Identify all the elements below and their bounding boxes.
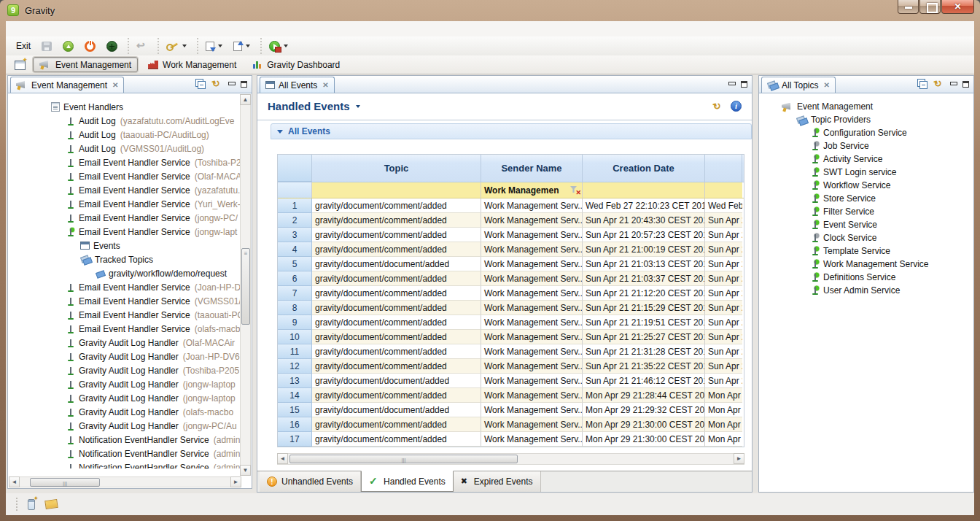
tree-item[interactable]: Filter Service [760,205,973,218]
tree-item[interactable]: Gravity Audit Log Handler (jongw-PC/Au [9,419,241,433]
collapse-all-icon[interactable] [198,81,206,89]
title-bar[interactable]: 9 Gravity [0,0,980,21]
table-row[interactable]: 15 gravity/document/document/added Work … [278,403,744,417]
tree-item[interactable]: Audit Log (taaouati-PC/AuditLog) [9,128,241,142]
tree-item[interactable]: Email Event Handler Service (VGMSS01/c [9,294,241,308]
col-header-created[interactable]: Creation Date [583,155,705,182]
login-button[interactable] [60,39,77,53]
bottom-tab[interactable]: Handled Events [361,471,454,492]
tree-item[interactable]: Email Event Handler Service (Joan-HP-D [9,280,241,294]
left-tree-vscrollbar[interactable]: ▲ ≡ ▼ [240,94,251,476]
open-perspective-button[interactable] [12,58,28,72]
tree-item[interactable]: Gravity Audit Log Handler (jongw-laptop [9,391,241,405]
tree-item[interactable]: Gravity Audit Log Handler (olafs-macbo [9,405,241,419]
table-row[interactable]: 14 gravity/document/comment/added Work M… [278,388,744,403]
table-row[interactable]: 6 gravity/document/comment/added Work Ma… [278,271,744,286]
tree-item[interactable]: Email Event Handler Service (Yuri_Werk- [9,197,241,211]
dropdown-arrow-icon[interactable] [246,45,250,47]
tree-item[interactable]: Email Event Handler Service (Toshiba-P2 [9,155,241,169]
tree-item[interactable]: Audit Log (VGMSS01/AuditLog) [9,142,241,155]
table-hscrollbar[interactable]: ◄ ||| ► [277,453,744,465]
section-collapse-icon[interactable] [277,130,283,134]
table-row[interactable]: 16 gravity/document/comment/added Work M… [278,417,744,432]
scrollbar-thumb[interactable]: ≡ [241,248,250,325]
perspective-button[interactable]: Gravity Dashboard [246,57,346,72]
view-minimize-icon[interactable] [950,81,957,88]
table-row[interactable]: 2 gravity/document/comment/added Work Ma… [278,213,744,228]
perspective-button[interactable]: Work Management [142,57,242,72]
menu-item[interactable] [89,28,102,31]
shutdown-button[interactable] [82,39,98,53]
scroll-right-button[interactable]: ► [230,476,241,487]
refresh-icon[interactable] [712,101,723,112]
section-all-events[interactable]: All Events [271,123,752,139]
table-row[interactable]: 10 gravity/document/comment/added Work M… [278,330,744,344]
tree-item[interactable]: Gravity Audit Log Handler (Olaf-MACAir [9,336,241,350]
table-row[interactable]: 13 gravity/document/document/added Work … [278,374,744,388]
save-button[interactable] [39,40,55,53]
col-header-rownum[interactable] [278,155,312,182]
tree-item[interactable]: User Admin Service [760,284,973,297]
trim-drag-handle[interactable] [16,498,18,511]
table-row[interactable]: 17 gravity/document/comment/added Work M… [278,432,744,447]
filter-sender-cell[interactable]: Work Managemen [481,182,583,198]
table-row[interactable]: 7 gravity/document/comment/added Work Ma… [278,286,744,301]
envelope-icon[interactable] [44,499,58,509]
info-icon[interactable] [731,101,742,112]
close-icon[interactable]: ✕ [112,81,118,89]
tree-item[interactable]: SWT Login service [760,166,973,179]
close-button[interactable] [941,0,974,14]
table-row[interactable]: 9 gravity/document/comment/added Work Ma… [278,315,744,330]
minimize-button[interactable] [898,0,919,14]
menu-item[interactable] [36,28,50,31]
exit-button[interactable]: Exit [13,39,34,53]
bottom-tab[interactable]: Unhandled Events [260,471,361,492]
dropdown-arrow-icon[interactable] [182,45,187,47]
connect-button[interactable] [104,39,120,53]
export-button[interactable] [230,40,253,53]
tree-item[interactable]: Audit Log (yazafatutu.com/AuditLogEve [9,114,241,128]
tree-item[interactable]: Event Management [760,100,973,113]
import-button[interactable] [203,40,225,53]
maximize-button[interactable] [919,0,941,14]
menu-item[interactable] [10,28,23,31]
tree-item[interactable]: Email Event Handler Service (olafs-macb [9,322,241,336]
tree-item[interactable]: Email Event Handler Service (Olaf-MACA [9,169,241,183]
tree-item[interactable]: gravity/workflow/demo/request [9,266,241,280]
filter-extra-cell[interactable] [705,182,742,198]
tree-item[interactable]: Clock Service [760,231,973,244]
table-row[interactable]: 11 gravity/document/comment/added Work M… [278,344,744,359]
table-row[interactable]: 4 gravity/document/comment/added Work Ma… [278,242,744,257]
clear-filter-icon[interactable] [570,185,580,195]
tree-item[interactable]: Notification EventHandler Service (admin [9,447,241,460]
col-header-topic[interactable]: Topic [312,155,481,182]
scroll-left-button[interactable]: ◄ [9,476,20,487]
table-row[interactable]: 3 gravity/document/comment/added Work Ma… [278,228,744,242]
tab-all-topics[interactable]: All Topics ✕ [761,77,836,93]
tree-item[interactable]: Configuration Service [760,126,973,139]
back-button[interactable] [133,39,150,53]
filter-created-cell[interactable] [583,182,705,198]
scrollbar-thumb[interactable]: ||| [289,455,518,463]
menu-item[interactable] [63,28,76,31]
tree-item[interactable]: Gravity Audit Log Handler (Toshiba-P205 [9,363,241,377]
tree-item[interactable]: Event Handlers [9,100,241,114]
view-maximize-icon[interactable] [241,81,247,88]
tree-item[interactable]: Gravity Audit Log Handler (jongw-laptop [9,377,241,391]
view-minimize-icon[interactable] [228,81,235,88]
tree-item[interactable]: Email Event Handler Service (yazafatutu. [9,183,241,197]
menu-item[interactable] [23,28,36,31]
tree-item[interactable]: Activity Service [760,153,973,166]
scroll-down-button[interactable]: ▼ [240,465,251,476]
tree-item[interactable]: Event Service [760,218,973,231]
scroll-up-button[interactable]: ▲ [240,94,251,105]
view-maximize-icon[interactable] [962,81,969,88]
scroll-right-button[interactable]: ► [734,453,744,464]
scrollbar-thumb[interactable]: ||| [30,478,100,487]
table-row[interactable]: 1 gravity/document/comment/added Work Ma… [278,198,744,213]
table-row[interactable]: 5 gravity/document/document/added Work M… [278,257,744,271]
tree-item[interactable]: Job Service [760,139,973,153]
col-header-extra[interactable] [705,155,742,182]
tree-item[interactable]: Email Event Handler Service (jongw-lapt [9,225,241,239]
tree-item[interactable]: Work Management Service [760,258,973,271]
